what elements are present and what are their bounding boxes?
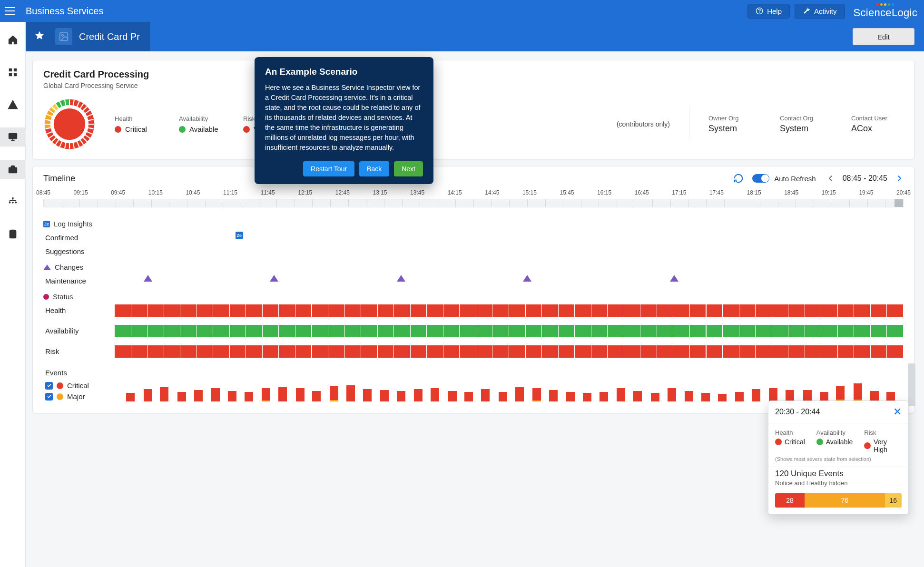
status-cell[interactable] <box>559 345 575 358</box>
event-bar[interactable] <box>245 392 253 401</box>
status-cell[interactable] <box>526 325 542 337</box>
event-bar[interactable] <box>464 392 473 401</box>
status-cell[interactable] <box>115 304 131 317</box>
status-cell[interactable] <box>213 325 230 337</box>
status-cell[interactable] <box>640 325 657 337</box>
event-bar[interactable] <box>515 387 524 401</box>
scrollbar[interactable] <box>908 363 915 406</box>
status-cell[interactable] <box>887 304 904 317</box>
event-bar[interactable] <box>346 385 355 401</box>
event-bar[interactable] <box>481 389 490 401</box>
status-cell[interactable] <box>115 325 131 337</box>
event-bar[interactable] <box>296 388 305 401</box>
nav-alerts[interactable] <box>0 95 26 114</box>
status-cell[interactable] <box>345 325 362 337</box>
event-bar[interactable] <box>566 392 575 401</box>
status-cell[interactable] <box>608 325 624 337</box>
status-cell[interactable] <box>591 325 608 337</box>
status-cell[interactable] <box>640 304 657 317</box>
status-cell[interactable] <box>443 345 460 358</box>
status-cell[interactable] <box>509 304 526 317</box>
status-cell[interactable] <box>295 325 312 337</box>
event-bar[interactable] <box>600 392 608 401</box>
status-cell[interactable] <box>361 304 378 317</box>
status-cell[interactable] <box>542 345 559 358</box>
status-cell[interactable] <box>854 325 871 337</box>
status-cell[interactable] <box>180 345 197 358</box>
status-cell[interactable] <box>838 345 855 358</box>
status-cell[interactable] <box>821 304 838 317</box>
status-cell[interactable] <box>772 345 789 358</box>
nav-device[interactable] <box>0 127 26 147</box>
status-cell[interactable] <box>394 304 411 317</box>
event-bar[interactable] <box>414 389 423 401</box>
status-cell[interactable] <box>394 325 411 337</box>
event-bar[interactable] <box>312 391 321 401</box>
status-cell[interactable] <box>246 345 263 358</box>
event-bar[interactable] <box>735 392 744 401</box>
status-cell[interactable] <box>673 345 690 358</box>
status-cell[interactable] <box>492 325 509 337</box>
auto-refresh-toggle[interactable] <box>752 174 769 183</box>
status-cell[interactable] <box>739 345 756 358</box>
status-cell[interactable] <box>460 325 476 337</box>
status-cell[interactable] <box>887 345 904 358</box>
event-bar[interactable] <box>549 390 558 401</box>
status-cell[interactable] <box>657 345 674 358</box>
status-cell[interactable] <box>624 345 641 358</box>
status-cell[interactable] <box>690 325 707 337</box>
status-cell[interactable] <box>575 325 591 337</box>
status-cell[interactable] <box>805 304 822 317</box>
status-cell[interactable] <box>230 345 246 358</box>
status-cell[interactable] <box>147 345 164 358</box>
status-cell[interactable] <box>394 345 411 358</box>
status-cell[interactable] <box>575 345 591 358</box>
status-cell[interactable] <box>476 325 493 337</box>
status-cell[interactable] <box>871 304 887 317</box>
checkbox-critical[interactable] <box>45 382 53 390</box>
nav-home[interactable] <box>0 30 26 49</box>
status-cell[interactable] <box>378 304 394 317</box>
activity-button[interactable]: Activity <box>795 4 845 19</box>
lane-risk-track[interactable] <box>115 345 904 358</box>
status-cell[interactable] <box>295 345 312 358</box>
tour-back-button[interactable]: Back <box>359 161 389 176</box>
status-cell[interactable] <box>345 304 362 317</box>
event-bar[interactable] <box>262 388 270 401</box>
status-cell[interactable] <box>526 304 542 317</box>
status-cell[interactable] <box>460 345 476 358</box>
status-cell[interactable] <box>871 325 887 337</box>
status-cell[interactable] <box>279 345 295 358</box>
status-cell[interactable] <box>131 325 148 337</box>
event-bar[interactable] <box>532 388 541 401</box>
nav-services[interactable] <box>0 160 26 179</box>
status-cell[interactable] <box>756 325 772 337</box>
lane-confirmed-track[interactable]: Ze <box>115 232 904 244</box>
status-cell[interactable] <box>805 345 822 358</box>
lane-suggestions-track[interactable] <box>115 245 904 258</box>
status-cell[interactable] <box>772 304 789 317</box>
status-cell[interactable] <box>756 345 772 358</box>
maintenance-marker-icon[interactable] <box>397 275 405 282</box>
status-cell[interactable] <box>673 325 690 337</box>
status-cell[interactable] <box>476 304 493 317</box>
status-cell[interactable] <box>279 325 295 337</box>
status-cell[interactable] <box>263 345 279 358</box>
status-cell[interactable] <box>575 304 591 317</box>
status-cell[interactable] <box>246 304 263 317</box>
help-button[interactable]: Help <box>747 4 790 19</box>
event-bar[interactable] <box>583 393 591 401</box>
status-cell[interactable] <box>213 345 230 358</box>
nav-dashboards[interactable] <box>0 63 26 82</box>
event-bar[interactable] <box>126 393 135 401</box>
status-cell[interactable] <box>657 325 674 337</box>
status-cell[interactable] <box>838 325 855 337</box>
status-cell[interactable] <box>279 304 295 317</box>
status-cell[interactable] <box>788 345 805 358</box>
status-cell[interactable] <box>690 345 707 358</box>
event-bar[interactable] <box>803 390 812 401</box>
event-bar[interactable] <box>886 392 895 401</box>
status-cell[interactable] <box>492 304 509 317</box>
nav-hierarchy[interactable] <box>0 192 26 211</box>
status-cell[interactable] <box>180 304 197 317</box>
